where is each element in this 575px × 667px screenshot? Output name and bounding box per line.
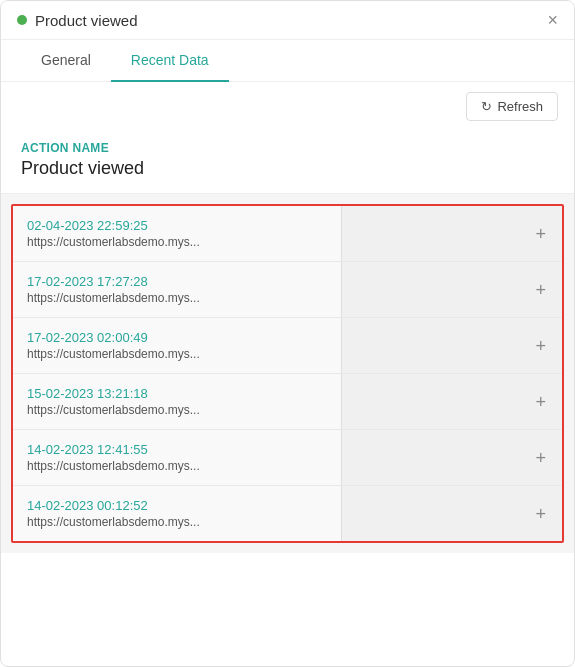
tab-general[interactable]: General xyxy=(21,40,111,82)
action-field-label: Action Name xyxy=(21,141,554,155)
data-item-timestamp: 17-02-2023 17:27:28 xyxy=(27,274,327,289)
table-row: 14-02-2023 00:12:52https://customerlabsd… xyxy=(13,486,562,541)
data-item-url: https://customerlabsdemo.mys... xyxy=(27,347,327,361)
refresh-button[interactable]: ↻ Refresh xyxy=(466,92,558,121)
data-item-expand[interactable]: + xyxy=(342,262,562,317)
table-row: 02-04-2023 22:59:25https://customerlabsd… xyxy=(13,206,562,262)
data-item-url: https://customerlabsdemo.mys... xyxy=(27,403,327,417)
tabs: General Recent Data xyxy=(1,40,574,82)
table-row: 17-02-2023 02:00:49https://customerlabsd… xyxy=(13,318,562,374)
title-bar: Product viewed × xyxy=(1,1,574,40)
data-item-left: 14-02-2023 12:41:55https://customerlabsd… xyxy=(13,430,341,485)
plus-icon: + xyxy=(535,225,546,243)
table-row: 17-02-2023 17:27:28https://customerlabsd… xyxy=(13,262,562,318)
plus-icon: + xyxy=(535,449,546,467)
data-item-left: 15-02-2023 13:21:18https://customerlabsd… xyxy=(13,374,341,429)
data-item-timestamp: 14-02-2023 12:41:55 xyxy=(27,442,327,457)
refresh-icon: ↻ xyxy=(481,99,492,114)
table-row: 14-02-2023 12:41:55https://customerlabsd… xyxy=(13,430,562,486)
data-item-url: https://customerlabsdemo.mys... xyxy=(27,235,327,249)
plus-icon: + xyxy=(535,393,546,411)
data-item-expand[interactable]: + xyxy=(342,206,562,261)
dialog-title: Product viewed xyxy=(35,12,138,29)
action-section: Action Name Product viewed xyxy=(1,131,574,194)
data-item-url: https://customerlabsdemo.mys... xyxy=(27,459,327,473)
data-item-left: 14-02-2023 00:12:52https://customerlabsd… xyxy=(13,486,341,541)
data-item-url: https://customerlabsdemo.mys... xyxy=(27,515,327,529)
plus-icon: + xyxy=(535,505,546,523)
tab-recent-data[interactable]: Recent Data xyxy=(111,40,229,82)
data-item-timestamp: 17-02-2023 02:00:49 xyxy=(27,330,327,345)
data-item-expand[interactable]: + xyxy=(342,486,562,541)
data-item-left: 02-04-2023 22:59:25https://customerlabsd… xyxy=(13,206,341,261)
plus-icon: + xyxy=(535,281,546,299)
close-icon[interactable]: × xyxy=(547,11,558,29)
title-left: Product viewed xyxy=(17,12,138,29)
plus-icon: + xyxy=(535,337,546,355)
table-row: 15-02-2023 13:21:18https://customerlabsd… xyxy=(13,374,562,430)
action-field-value: Product viewed xyxy=(21,158,554,179)
data-item-timestamp: 02-04-2023 22:59:25 xyxy=(27,218,327,233)
data-item-timestamp: 14-02-2023 00:12:52 xyxy=(27,498,327,513)
data-item-expand[interactable]: + xyxy=(342,430,562,485)
data-item-timestamp: 15-02-2023 13:21:18 xyxy=(27,386,327,401)
data-item-expand[interactable]: + xyxy=(342,374,562,429)
status-dot xyxy=(17,15,27,25)
data-list-container: 02-04-2023 22:59:25https://customerlabsd… xyxy=(1,194,574,553)
data-item-left: 17-02-2023 02:00:49https://customerlabsd… xyxy=(13,318,341,373)
data-item-left: 17-02-2023 17:27:28https://customerlabsd… xyxy=(13,262,341,317)
data-list-inner: 02-04-2023 22:59:25https://customerlabsd… xyxy=(11,204,564,543)
data-item-expand[interactable]: + xyxy=(342,318,562,373)
refresh-label: Refresh xyxy=(497,99,543,114)
toolbar: ↻ Refresh xyxy=(1,82,574,131)
data-item-url: https://customerlabsdemo.mys... xyxy=(27,291,327,305)
